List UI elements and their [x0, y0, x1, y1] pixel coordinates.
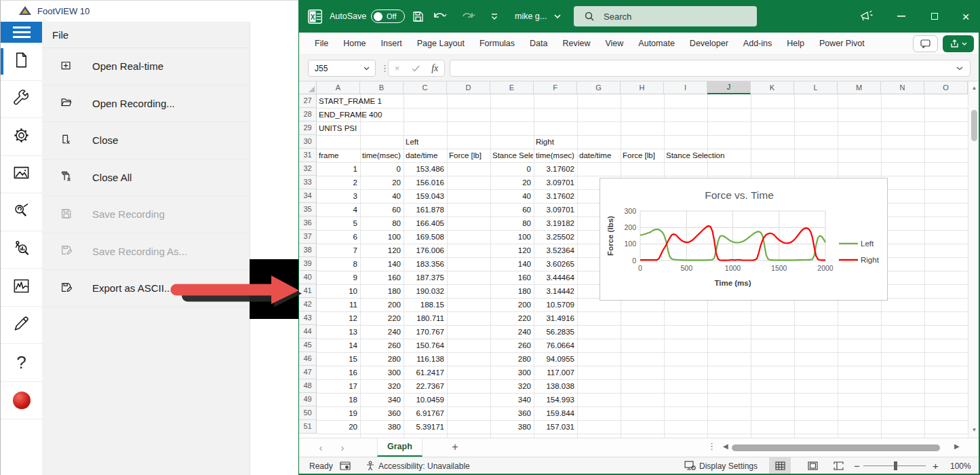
display-settings-label[interactable]: Display Settings	[699, 457, 758, 474]
cell-A29[interactable]: UNITS PSI	[317, 121, 359, 135]
cell-A48[interactable]: 17	[317, 379, 359, 393]
cell-C43[interactable]: 180.711	[404, 311, 446, 325]
page-break-view-icon[interactable]	[827, 457, 849, 474]
account-chevron-icon[interactable]	[554, 0, 561, 33]
force-vs-time-chart[interactable]: Force vs. TimeTime (ms)Force (lbs)010020…	[600, 178, 888, 301]
cell-C34[interactable]: 159.043	[404, 189, 446, 203]
ribbon-tab-automate[interactable]: Automate	[631, 33, 682, 55]
ribbon-tab-help[interactable]: Help	[779, 33, 812, 55]
cell-F51[interactable]: 157.031	[534, 420, 576, 434]
cell-E50[interactable]: 360	[490, 406, 533, 420]
minimize-button[interactable]	[886, 0, 916, 33]
close-button[interactable]: ×	[951, 0, 980, 33]
cell-A37[interactable]: 6	[317, 230, 359, 244]
cell-A41[interactable]: 10	[317, 284, 359, 298]
column-header-C[interactable]: C	[404, 81, 447, 94]
hscroll-left-icon[interactable]: ◀	[723, 442, 728, 450]
cell-F36[interactable]: 3.19182	[534, 216, 576, 230]
cell-F44[interactable]: 56.2835	[534, 325, 576, 339]
ribbon-tab-page-layout[interactable]: Page Layout	[410, 33, 472, 55]
row-header-47[interactable]: 47	[299, 366, 317, 379]
select-all-corner[interactable]	[299, 81, 317, 94]
share-button[interactable]	[943, 35, 974, 52]
cell-F39[interactable]: 3.60265	[534, 257, 576, 271]
sheet-nav-next-icon[interactable]: ›	[336, 438, 349, 457]
scroll-down-icon[interactable]: ▼	[968, 425, 980, 436]
ribbon-tab-review[interactable]: Review	[555, 33, 597, 55]
cell-B39[interactable]: 140	[360, 257, 403, 271]
cell-A32[interactable]: 1	[317, 162, 359, 176]
cell-E47[interactable]: 300	[490, 366, 533, 379]
sheet-tab-graph[interactable]: Graph	[377, 438, 423, 457]
sidebar-item-pencil-icon[interactable]	[1, 307, 42, 345]
row-header-29[interactable]: 29	[299, 121, 317, 135]
confirm-entry-icon[interactable]	[412, 65, 420, 72]
undo-button[interactable]	[432, 0, 450, 33]
formula-bar-expand-icon[interactable]	[956, 66, 963, 71]
zoom-slider-knob[interactable]	[894, 461, 897, 470]
row-header-36[interactable]: 36	[299, 216, 317, 230]
zoom-level[interactable]: 100%	[950, 457, 971, 474]
cell-C30[interactable]: Left	[404, 135, 446, 149]
cell-A44[interactable]: 13	[317, 325, 359, 339]
cell-F37[interactable]: 3.25502	[534, 230, 576, 244]
page-layout-view-icon[interactable]	[802, 457, 823, 474]
menu-item-open-recording[interactable]: Open Recording...	[42, 86, 250, 123]
sidebar-item-waveform-icon[interactable]	[1, 269, 42, 307]
cell-A28[interactable]: END_FRAME 400	[317, 108, 384, 121]
cell-E49[interactable]: 340	[490, 393, 533, 406]
cell-F50[interactable]: 159.844	[534, 406, 576, 420]
column-header-O[interactable]: O	[924, 81, 968, 94]
row-header-39[interactable]: 39	[299, 257, 317, 271]
cell-F30[interactable]: Right	[534, 135, 576, 149]
cell-F34[interactable]: 3.17602	[534, 189, 576, 203]
cell-E45[interactable]: 260	[490, 339, 533, 352]
cell-A46[interactable]: 15	[317, 352, 359, 366]
ribbon-tab-file[interactable]: File	[307, 33, 336, 55]
cell-C35[interactable]: 161.878	[404, 203, 446, 216]
ribbon-tab-home[interactable]: Home	[336, 33, 373, 55]
row-header-48[interactable]: 48	[299, 379, 317, 393]
cell-E39[interactable]: 140	[490, 257, 533, 271]
cell-B45[interactable]: 260	[360, 339, 403, 352]
cell-F40[interactable]: 3.44464	[534, 271, 576, 284]
hscroll-right-icon[interactable]: ▶	[954, 442, 960, 450]
cell-E44[interactable]: 240	[490, 325, 533, 339]
comments-button[interactable]	[913, 35, 938, 52]
quick-access-toolbar-icon[interactable]	[490, 0, 498, 33]
cancel-entry-icon[interactable]: ×	[395, 63, 400, 73]
cell-A47[interactable]: 16	[317, 366, 359, 379]
row-header-31[interactable]: 31	[299, 149, 317, 162]
menu-item-close-all[interactable]: Close All	[42, 159, 250, 197]
cell-C33[interactable]: 156.016	[404, 176, 446, 189]
cell-E41[interactable]: 180	[490, 284, 533, 298]
row-header-28[interactable]: 28	[299, 108, 317, 121]
cell-C31[interactable]: date/time	[404, 149, 446, 162]
row-header-49[interactable]: 49	[299, 393, 317, 406]
cell-E38[interactable]: 120	[490, 244, 533, 257]
cell-A39[interactable]: 8	[317, 257, 359, 271]
cell-F42[interactable]: 10.5709	[534, 298, 576, 311]
cell-A42[interactable]: 11	[317, 298, 359, 311]
cell-G31[interactable]: date/time	[577, 149, 620, 162]
cell-A31[interactable]: frame	[317, 149, 359, 162]
row-header-27[interactable]: 27	[299, 94, 317, 108]
menu-item-open-real-time[interactable]: Open Real-time	[42, 48, 250, 86]
sidebar-item-wrench-icon[interactable]	[1, 81, 42, 119]
column-header-J[interactable]: J	[707, 81, 751, 94]
cell-E42[interactable]: 200	[490, 298, 533, 311]
cell-F41[interactable]: 3.14442	[534, 284, 576, 298]
row-header-45[interactable]: 45	[299, 339, 317, 352]
cell-H31[interactable]: Force [lb]	[621, 149, 663, 162]
ribbon-tab-data[interactable]: Data	[522, 33, 555, 55]
cell-A49[interactable]: 18	[317, 393, 359, 406]
cell-A35[interactable]: 4	[317, 203, 359, 216]
cell-C38[interactable]: 176.006	[404, 244, 446, 257]
cell-C36[interactable]: 166.405	[404, 216, 446, 230]
cell-B35[interactable]: 60	[360, 203, 403, 216]
cell-E33[interactable]: 20	[490, 176, 533, 189]
row-header-35[interactable]: 35	[299, 203, 317, 216]
cell-E36[interactable]: 80	[490, 216, 533, 230]
cell-A27[interactable]: START_FRAME 1	[317, 94, 384, 108]
cell-E48[interactable]: 320	[490, 379, 533, 393]
